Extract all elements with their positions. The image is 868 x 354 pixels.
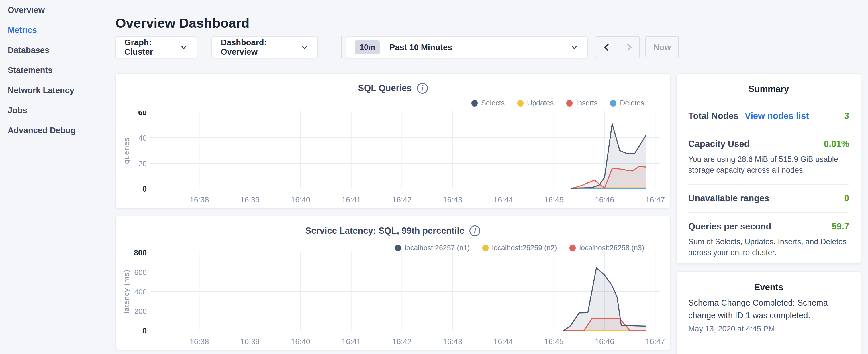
service-latency-chart: 020040060080016:3816:3916:4016:4116:4216… <box>116 250 671 351</box>
legend-dot-icon <box>517 100 524 106</box>
svg-text:16:41: 16:41 <box>342 196 361 204</box>
event-message[interactable]: Schema Change Completed: Schema change w… <box>688 296 849 322</box>
svg-text:16:43: 16:43 <box>443 196 462 204</box>
info-icon[interactable]: i <box>417 83 428 94</box>
svg-text:16:47: 16:47 <box>646 196 665 204</box>
summary-value: 3 <box>844 111 849 121</box>
sql-queries-chart-card: SQL Queries i SelectsUpdatesInsertsDelet… <box>115 73 671 208</box>
sidebar-item-network-latency[interactable]: Network Latency <box>0 80 115 100</box>
sidebar-item-overview[interactable]: Overview <box>0 0 115 20</box>
dashboard-label: Dashboard: Overview <box>221 38 301 57</box>
summary-label: Queries per second <box>688 221 771 232</box>
toolbar-divider <box>341 36 342 58</box>
info-icon[interactable]: i <box>469 225 480 236</box>
graph-scope-dropdown[interactable]: Graph: Cluster <box>115 36 197 58</box>
summary-panel: Summary Total Nodes View nodes list 3 Ca… <box>676 73 861 264</box>
svg-text:20: 20 <box>138 159 147 168</box>
svg-text:800: 800 <box>134 250 147 257</box>
time-range-dropdown[interactable]: 10m Past 10 Minutes <box>346 36 588 58</box>
summary-label: Unavailable ranges <box>688 193 769 204</box>
chevron-down-icon <box>301 43 309 52</box>
summary-row-unavailable-ranges: Unavailable ranges 0 <box>688 185 849 213</box>
svg-text:16:46: 16:46 <box>595 337 614 346</box>
summary-description: You are using 28.6 MiB of 515.9 GiB usab… <box>688 154 849 175</box>
svg-text:16:40: 16:40 <box>291 337 310 346</box>
svg-text:16:39: 16:39 <box>240 196 260 204</box>
sql-queries-chart: 020406016:3816:3916:4016:4116:4216:4316:… <box>116 111 671 208</box>
svg-text:latency (ms): latency (ms) <box>122 269 131 314</box>
svg-text:16:45: 16:45 <box>544 196 564 204</box>
legend-label: Inserts <box>576 99 597 107</box>
summary-value: 59.7 <box>832 221 849 232</box>
summary-description: Sum of Selects, Updates, Inserts, and De… <box>688 236 849 258</box>
svg-text:0: 0 <box>143 326 147 335</box>
sidebar-item-statements[interactable]: Statements <box>0 60 115 80</box>
time-range-label: Past 10 Minutes <box>390 43 452 52</box>
time-forward-button[interactable] <box>618 37 639 58</box>
svg-text:16:46: 16:46 <box>595 196 614 204</box>
summary-label: Capacity Used <box>688 139 750 149</box>
sql-queries-legend: SelectsUpdatesInsertsDeletes <box>471 99 644 107</box>
svg-text:16:47: 16:47 <box>646 337 665 346</box>
chart-plot-svg: 020406016:3816:3916:4016:4116:4216:4316:… <box>116 111 671 207</box>
sidebar-item-advanced-debug[interactable]: Advanced Debug <box>0 120 115 140</box>
time-back-button[interactable] <box>596 37 618 58</box>
summary-label: Total Nodes <box>688 111 739 121</box>
summary-row-queries-per-second: Queries per second 59.7 Sum of Selects, … <box>688 213 849 267</box>
page-title: Overview Dashboard <box>116 15 250 31</box>
sidebar-item-metrics[interactable]: Metrics <box>0 20 115 40</box>
svg-text:200: 200 <box>134 307 147 316</box>
svg-text:0: 0 <box>143 185 147 193</box>
graph-scope-label: Graph: Cluster <box>124 38 180 57</box>
svg-text:16:42: 16:42 <box>392 337 412 346</box>
summary-row-capacity-used: Capacity Used 0.01% You are using 28.6 M… <box>688 130 849 185</box>
summary-row-total-nodes: Total Nodes View nodes list 3 <box>688 94 849 130</box>
summary-title: Summary <box>677 74 861 94</box>
svg-text:16:44: 16:44 <box>493 337 513 346</box>
sidebar-item-jobs[interactable]: Jobs <box>0 100 115 120</box>
chevron-right-icon <box>624 42 633 52</box>
chart-title-service-latency: Service Latency: SQL, 99th percentile <box>306 226 465 236</box>
summary-value: 0 <box>844 193 849 204</box>
time-range-badge: 10m <box>355 40 380 55</box>
legend-item: Selects <box>471 99 505 107</box>
legend-item: Updates <box>517 99 554 107</box>
svg-text:400: 400 <box>134 288 147 296</box>
legend-label: Deletes <box>620 99 644 107</box>
svg-text:queries: queries <box>122 137 131 164</box>
legend-label: Selects <box>481 99 505 107</box>
legend-item: Inserts <box>566 99 597 107</box>
time-pager <box>596 36 640 58</box>
legend-label: Updates <box>527 99 554 107</box>
svg-text:16:40: 16:40 <box>291 196 310 204</box>
svg-text:16:38: 16:38 <box>190 337 209 346</box>
legend-item: Deletes <box>610 99 644 107</box>
chart-title-sql-queries: SQL Queries <box>358 83 411 93</box>
svg-text:600: 600 <box>134 268 147 277</box>
svg-text:16:42: 16:42 <box>392 196 412 204</box>
chevron-down-icon <box>570 43 579 52</box>
events-title: Events <box>677 272 861 292</box>
legend-dot-icon <box>471 100 478 106</box>
svg-text:16:38: 16:38 <box>190 196 209 204</box>
svg-text:40: 40 <box>138 134 147 142</box>
dashboard-dropdown[interactable]: Dashboard: Overview <box>212 36 318 58</box>
events-panel: Events Schema Change Completed: Schema c… <box>676 271 861 354</box>
view-nodes-list-link[interactable]: View nodes list <box>745 111 809 121</box>
svg-text:16:39: 16:39 <box>240 337 260 346</box>
svg-text:16:41: 16:41 <box>342 337 361 346</box>
service-latency-chart-card: Service Latency: SQL, 99th percentile i … <box>115 216 671 350</box>
sidebar-item-databases[interactable]: Databases <box>0 40 115 60</box>
summary-value: 0.01% <box>824 139 849 149</box>
legend-dot-icon <box>566 100 572 106</box>
svg-text:60: 60 <box>138 111 147 117</box>
legend-dot-icon <box>610 100 616 106</box>
svg-text:16:45: 16:45 <box>544 337 564 346</box>
now-button[interactable]: Now <box>645 36 679 58</box>
svg-text:16:43: 16:43 <box>443 337 462 346</box>
chevron-down-icon <box>180 43 188 52</box>
sidebar: Overview Metrics Databases Statements Ne… <box>0 0 115 354</box>
svg-text:16:44: 16:44 <box>493 196 513 204</box>
chart-plot-svg: 020040060080016:3816:3916:4016:4116:4216… <box>116 250 671 350</box>
chevron-left-icon <box>602 42 612 52</box>
